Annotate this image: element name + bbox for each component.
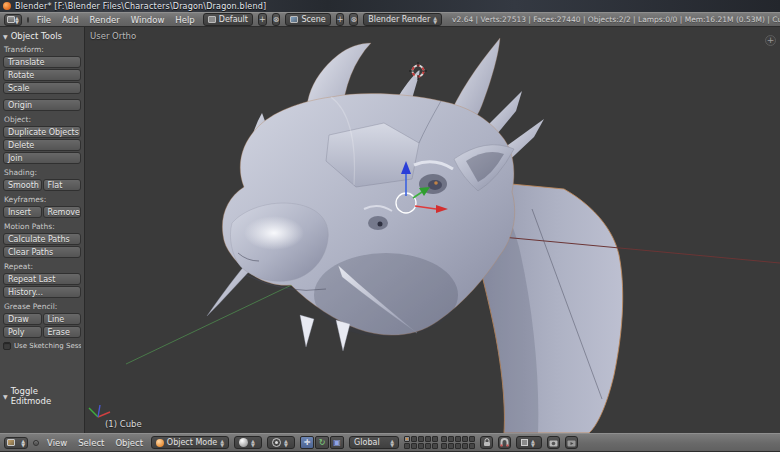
plus-icon: + xyxy=(767,35,775,45)
lock-icon xyxy=(483,438,491,447)
layer-cell[interactable] xyxy=(455,443,461,449)
layer-cell[interactable] xyxy=(411,436,417,442)
pivot-point-selector[interactable]: ▲▼ xyxy=(267,436,295,449)
grease-line-button[interactable]: Line xyxy=(43,313,82,325)
opengl-render-anim-button[interactable] xyxy=(565,436,578,449)
delete-scene-button[interactable]: ⊗ xyxy=(349,13,358,26)
mini-axis-gizmo xyxy=(89,405,110,417)
properties-region-toggle[interactable]: + xyxy=(765,35,776,46)
orientation-value: Global xyxy=(354,438,380,447)
blender-logo-icon xyxy=(3,2,11,10)
snap-toggle-button[interactable] xyxy=(498,436,511,449)
menu-window[interactable]: Window xyxy=(128,15,168,25)
viewport-canvas[interactable] xyxy=(86,27,780,433)
menu-select[interactable]: Select xyxy=(75,438,107,448)
layer-cell[interactable] xyxy=(404,436,410,442)
sketching-sessions-label: Use Sketching Sessions xyxy=(14,342,81,350)
translate-manipulator-toggle[interactable]: ✛ xyxy=(300,436,314,449)
menu-file[interactable]: File xyxy=(34,15,54,25)
object-section-label: Object: xyxy=(4,115,81,124)
grease-draw-button[interactable]: Draw xyxy=(3,313,42,325)
clear-paths-button[interactable]: Clear Paths xyxy=(3,246,81,258)
plus-icon: + xyxy=(259,15,266,24)
window-title: Blender* [F:\Blender Files\Characters\Dr… xyxy=(15,2,266,11)
dropdown-arrows-icon: ▲▼ xyxy=(220,439,224,447)
insert-keyframe-button[interactable]: Insert xyxy=(3,206,42,218)
history-button[interactable]: History... xyxy=(3,286,81,298)
smooth-button[interactable]: Smooth xyxy=(3,179,42,191)
menu-help[interactable]: Help xyxy=(172,15,197,25)
layer-cell[interactable] xyxy=(448,443,454,449)
layer-cell[interactable] xyxy=(425,436,431,442)
right-eye xyxy=(428,180,442,190)
mode-selector[interactable]: Object Mode ▲▼ xyxy=(151,436,229,449)
layer-cell[interactable] xyxy=(469,436,475,442)
menu-add[interactable]: Add xyxy=(59,15,81,25)
duplicate-objects-button[interactable]: Duplicate Objects xyxy=(3,126,81,138)
add-scene-button[interactable]: + xyxy=(336,13,345,26)
opengl-render-button[interactable] xyxy=(547,436,560,449)
repeat-last-button[interactable]: Repeat Last xyxy=(3,273,81,285)
layer-cell[interactable] xyxy=(425,443,431,449)
layer-selector xyxy=(404,436,475,449)
rotate-button[interactable]: Rotate xyxy=(3,69,81,81)
right-fang xyxy=(336,320,350,351)
translate-button[interactable]: Translate xyxy=(3,56,81,68)
header-pin-icon[interactable] xyxy=(27,17,29,23)
layer-cell[interactable] xyxy=(418,443,424,449)
calculate-paths-button[interactable]: Calculate Paths xyxy=(3,233,81,245)
header-pin-icon[interactable] xyxy=(33,440,39,446)
layer-cell[interactable] xyxy=(469,443,475,449)
rotate-manipulator-toggle[interactable]: ↻ xyxy=(315,436,329,449)
scene-selector[interactable]: Scene xyxy=(285,13,330,26)
magnet-icon xyxy=(500,438,509,447)
layer-cell[interactable] xyxy=(462,436,468,442)
screen-layout-selector[interactable]: Default xyxy=(203,13,253,26)
grease-poly-button[interactable]: Poly xyxy=(3,326,42,338)
layer-cell[interactable] xyxy=(432,436,438,442)
panel-title: Object Tools xyxy=(11,31,62,41)
add-screen-layout-button[interactable]: + xyxy=(258,13,267,26)
origin-button[interactable]: Origin xyxy=(3,99,81,111)
viewport-shading-selector[interactable]: ▲▼ xyxy=(234,436,262,449)
menu-object[interactable]: Object xyxy=(112,438,146,448)
join-button[interactable]: Join xyxy=(3,152,81,164)
transform-orientation-selector[interactable]: Global ▲▼ xyxy=(349,436,399,449)
editor-type-button[interactable]: ▲▼ xyxy=(4,437,28,449)
editor-type-icon xyxy=(7,16,15,23)
layer-cell[interactable] xyxy=(404,443,410,449)
snap-element-icon xyxy=(521,439,528,446)
scale-manipulator-toggle[interactable]: ▣ xyxy=(330,436,344,449)
layer-cell[interactable] xyxy=(432,443,438,449)
scale-button[interactable]: Scale xyxy=(3,82,81,94)
camera-anim-icon xyxy=(567,439,576,447)
remove-keyframe-button[interactable]: Remove xyxy=(43,206,82,218)
lock-to-scene-button[interactable] xyxy=(480,436,493,449)
grease-erase-button[interactable]: Erase xyxy=(43,326,82,338)
layer-cell[interactable] xyxy=(462,443,468,449)
render-engine-selector[interactable]: Blender Render ▲▼ xyxy=(363,13,442,26)
layer-cell[interactable] xyxy=(418,436,424,442)
dropdown-arrows-icon: ▲▼ xyxy=(284,439,288,447)
editor-type-button[interactable]: ▲▼ xyxy=(4,14,22,26)
panel-collapse-icon: ▼ xyxy=(3,33,8,40)
delete-button[interactable]: Delete xyxy=(3,139,81,151)
menu-render[interactable]: Render xyxy=(87,15,123,25)
layer-cell[interactable] xyxy=(455,436,461,442)
layer-cell[interactable] xyxy=(448,436,454,442)
dropdown-arrows-icon: ▲▼ xyxy=(531,439,535,447)
menu-view[interactable]: View xyxy=(44,438,70,448)
flat-button[interactable]: Flat xyxy=(43,179,82,191)
object-tools-panel-header[interactable]: ▼ Object Tools xyxy=(3,31,81,41)
3d-viewport[interactable]: User Ortho (1) Cube + xyxy=(86,27,780,433)
toggle-editmode-panel-header[interactable]: ▼ Toggle Editmode xyxy=(3,386,81,406)
layer-cell[interactable] xyxy=(441,443,447,449)
delete-screen-layout-button[interactable]: ⊗ xyxy=(272,13,281,26)
3d-cursor xyxy=(409,62,427,80)
layer-cell[interactable] xyxy=(411,443,417,449)
sketching-sessions-checkbox[interactable] xyxy=(3,342,11,350)
left-fang xyxy=(300,315,314,347)
dropdown-arrows-icon: ▲▼ xyxy=(21,439,25,447)
layer-cell[interactable] xyxy=(441,436,447,442)
snap-element-selector[interactable]: ▲▼ xyxy=(516,436,542,449)
